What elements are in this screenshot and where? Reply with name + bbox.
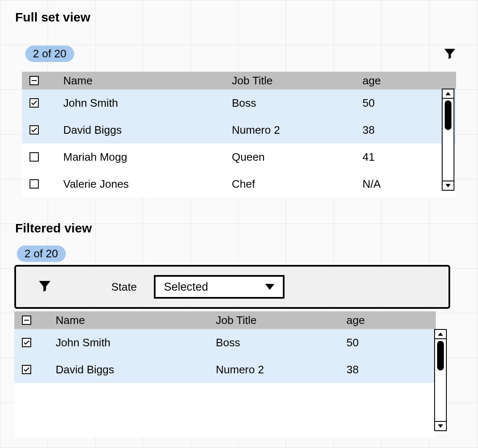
cell-job: Boss: [232, 97, 363, 110]
filtered-table: Name Job Title age John Smith Boss 50 Da…: [14, 311, 436, 437]
scroll-thumb[interactable]: [437, 341, 444, 370]
table-row[interactable]: David Biggs Numero 2 38: [14, 356, 436, 383]
state-select[interactable]: Selected: [154, 275, 285, 299]
cell-job: Queen: [232, 151, 363, 164]
cell-age: 50: [346, 336, 436, 349]
table-row[interactable]: Valerie Jones Chef N/A: [22, 170, 456, 197]
cell-job: Chef: [232, 178, 363, 191]
chevron-down-icon: [265, 284, 274, 290]
filter-icon[interactable]: [37, 278, 52, 295]
select-all-checkbox[interactable]: [30, 76, 39, 85]
scroll-thumb[interactable]: [445, 100, 451, 130]
row-checkbox[interactable]: [30, 125, 39, 135]
cell-name: David Biggs: [56, 363, 216, 376]
scroll-down-button[interactable]: [443, 181, 454, 190]
scrollbar[interactable]: [434, 329, 447, 431]
cell-name: Mariah Mogg: [63, 151, 232, 164]
selection-count-badge: 2 of 20: [25, 46, 74, 62]
col-header-job[interactable]: Job Title: [216, 314, 346, 327]
table-row[interactable]: David Biggs Numero 2 38: [22, 116, 456, 143]
scroll-down-button[interactable]: [435, 421, 446, 430]
full-set-title: Full set view: [0, 10, 90, 24]
table-row[interactable]: John Smith Boss 50: [22, 89, 456, 116]
filter-icon[interactable]: [443, 46, 457, 62]
cell-job: Numero 2: [216, 363, 346, 376]
table-header: Name Job Title age: [14, 311, 436, 329]
cell-name: David Biggs: [63, 124, 232, 137]
table-row[interactable]: Mariah Mogg Queen 41: [22, 143, 456, 170]
row-checkbox[interactable]: [22, 338, 31, 347]
row-checkbox[interactable]: [30, 152, 39, 162]
col-header-job[interactable]: Job Title: [232, 74, 363, 87]
table-header: Name Job Title age: [22, 72, 456, 89]
col-header-age[interactable]: age: [363, 74, 456, 87]
filter-bar: State Selected: [14, 265, 450, 309]
state-select-value: Selected: [164, 281, 208, 294]
filter-field-label: State: [111, 281, 137, 294]
scroll-up-button[interactable]: [443, 89, 454, 99]
cell-job: Numero 2: [232, 124, 363, 137]
cell-name: Valerie Jones: [63, 178, 232, 191]
select-all-checkbox[interactable]: [22, 316, 31, 325]
row-checkbox[interactable]: [30, 98, 39, 108]
row-checkbox[interactable]: [30, 179, 39, 189]
cell-name: John Smith: [63, 97, 232, 110]
col-header-name[interactable]: Name: [63, 74, 232, 87]
table-row[interactable]: John Smith Boss 50: [14, 329, 436, 356]
filtered-view-title: Filtered view: [0, 221, 92, 235]
col-header-name[interactable]: Name: [56, 314, 216, 327]
cell-age: 38: [346, 363, 436, 376]
cell-name: John Smith: [56, 336, 216, 349]
scrollbar[interactable]: [442, 89, 454, 191]
scroll-up-button[interactable]: [435, 330, 446, 339]
row-checkbox[interactable]: [22, 365, 31, 374]
full-set-table: Name Job Title age John Smith Boss 50 Da…: [22, 72, 456, 197]
selection-count-badge: 2 of 20: [17, 246, 66, 262]
cell-job: Boss: [216, 336, 346, 349]
col-header-age[interactable]: age: [346, 314, 436, 327]
